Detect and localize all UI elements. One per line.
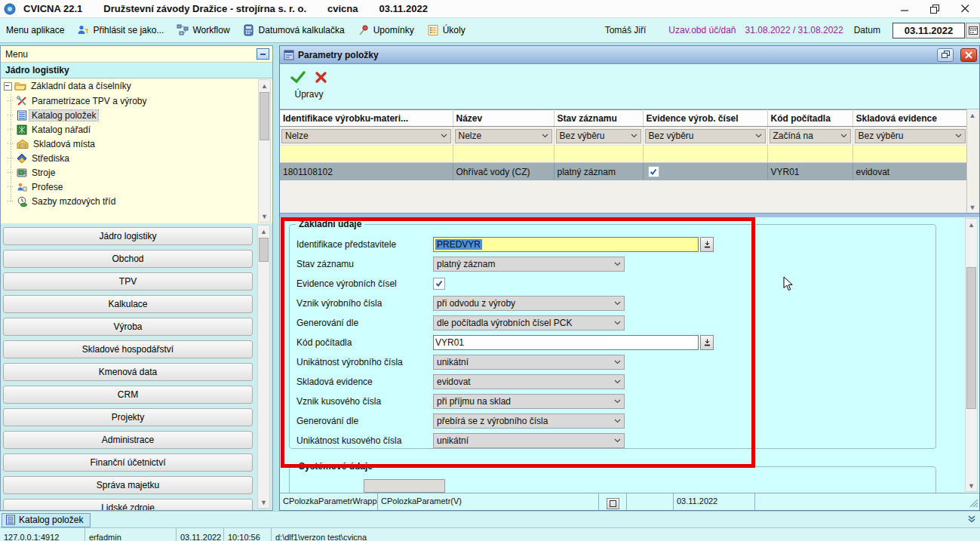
- tree-item[interactable]: Sazby mzdových tříd: [1, 194, 272, 208]
- filter-dropdown[interactable]: Začíná na: [770, 129, 851, 143]
- data-cell: evidovat: [853, 163, 967, 181]
- grid-data-row[interactable]: 1801108102Ohřívač vody (CZ)platný záznam…: [280, 163, 967, 181]
- module-button[interactable]: Administrace: [3, 431, 253, 449]
- tree-item[interactable]: Parametrizace TPV a výroby: [1, 94, 272, 108]
- search-cell[interactable]: [453, 146, 554, 163]
- toolbar-item-2[interactable]: Workflow: [177, 24, 229, 36]
- lookup-button[interactable]: [700, 335, 714, 350]
- column-header[interactable]: Evidence výrob. čísel: [643, 110, 767, 127]
- field-dropdown[interactable]: unikátní: [433, 355, 625, 370]
- module-button[interactable]: Skladové hospodářství: [3, 340, 253, 358]
- evidence-checkbox[interactable]: [648, 166, 659, 177]
- field-dropdown[interactable]: při příjmu na sklad: [433, 394, 625, 409]
- module-button[interactable]: Kmenová data: [3, 363, 253, 381]
- toolbar-item-4[interactable]: Upomínky: [358, 24, 414, 36]
- module-scrollbar[interactable]: ▲ ▼: [257, 225, 270, 509]
- module-button[interactable]: Výroba: [3, 318, 253, 336]
- panel-restore-button[interactable]: [937, 48, 954, 62]
- cancel-button[interactable]: [315, 71, 327, 86]
- field-dropdown[interactable]: unikátní: [433, 433, 625, 448]
- search-cell[interactable]: [554, 146, 643, 163]
- scroll-up-icon[interactable]: ▲: [259, 80, 270, 91]
- collapse-expander-icon[interactable]: [4, 82, 12, 91]
- column-header[interactable]: Název: [453, 110, 554, 127]
- tree-item[interactable]: Skladová místa: [1, 137, 272, 151]
- module-button[interactable]: Lidské zdroje: [3, 499, 253, 510]
- panel-status-cell: [755, 493, 979, 510]
- tree-item[interactable]: Katalog nářadí: [1, 122, 272, 137]
- form-scrollbar-thumb[interactable]: [966, 267, 976, 409]
- module-button[interactable]: Správa majetku: [3, 476, 253, 494]
- dropdown-value: evidovat: [437, 377, 471, 387]
- module-button[interactable]: CRM: [3, 386, 253, 404]
- window-close-button[interactable]: [950, 0, 980, 17]
- toolbar-item-3[interactable]: Datumová kalkulačka: [243, 24, 345, 36]
- scroll-up-icon[interactable]: ▲: [258, 226, 269, 237]
- resize-grip[interactable]: [969, 498, 978, 509]
- lookup-button[interactable]: [700, 237, 714, 252]
- field-checkbox[interactable]: [433, 278, 445, 290]
- search-cell[interactable]: [280, 146, 453, 163]
- column-header[interactable]: Identifikace výrobku-materi...: [280, 110, 453, 127]
- toolbar-item-label: Menu aplikace: [6, 25, 64, 35]
- form-scrollbar[interactable]: ▲ ▼: [965, 218, 978, 492]
- field-dropdown[interactable]: dle počítadla výrobních čísel PCK: [433, 315, 625, 330]
- field-dropdown[interactable]: evidovat: [433, 374, 625, 389]
- tree-item[interactable]: Katalog položek: [1, 108, 272, 122]
- column-header[interactable]: Stav záznamu: [554, 110, 643, 127]
- toolbar-item-1[interactable]: Přihlásit se jako...: [77, 24, 164, 36]
- tree-item[interactable]: Profese: [1, 180, 272, 194]
- field-label: Generování dle: [296, 416, 433, 426]
- field-dropdown[interactable]: platný záznam: [433, 257, 625, 272]
- scroll-up-icon[interactable]: ▲: [966, 219, 977, 230]
- panel-status-button[interactable]: [607, 498, 619, 509]
- module-button[interactable]: Finanční účetnictví: [3, 453, 253, 472]
- panel-close-button[interactable]: [960, 48, 977, 62]
- tree-scrollbar-thumb[interactable]: [260, 92, 269, 140]
- filter-dropdown[interactable]: Nelze: [455, 129, 552, 143]
- tree-item[interactable]: Stroje: [1, 165, 272, 180]
- field-dropdown[interactable]: přebírá se z výrobního čísla: [433, 413, 625, 429]
- module-button[interactable]: Kalkulace: [3, 295, 253, 313]
- scroll-down-icon[interactable]: ▼: [259, 211, 270, 222]
- confirm-button[interactable]: [290, 70, 306, 86]
- module-button[interactable]: TPV: [3, 272, 253, 290]
- tree-root-item[interactable]: Základní data a číselníky: [1, 78, 272, 94]
- form-row: Unikátnost výrobního číslaunikátní: [290, 352, 935, 372]
- column-header[interactable]: Skladová evidence: [853, 110, 967, 127]
- module-button[interactable]: Obchod: [3, 250, 253, 268]
- module-scrollbar-thumb[interactable]: [259, 238, 269, 262]
- toolbar-item-0[interactable]: Menu aplikace: [6, 25, 64, 35]
- taskbar-tab-label: Katalog položek: [19, 515, 83, 525]
- filter-dropdown[interactable]: Bez výběru: [645, 129, 766, 143]
- working-date-input[interactable]: 03.11.2022: [892, 23, 965, 38]
- search-cell[interactable]: [853, 146, 967, 163]
- menu-collapse-button[interactable]: [257, 48, 269, 60]
- filter-dropdown[interactable]: Nelze: [281, 129, 451, 143]
- field-dropdown[interactable]: při odvodu z výroby: [433, 296, 625, 311]
- grid-scrollbar[interactable]: ▲ ▼: [966, 109, 979, 213]
- groupbox-title: Systémové údaje: [296, 461, 376, 472]
- search-cell[interactable]: [767, 146, 853, 163]
- scroll-up-icon[interactable]: ▲: [967, 109, 978, 121]
- tree-scrollbar[interactable]: ▲ ▼: [258, 79, 271, 223]
- column-header[interactable]: Kód počítadla: [767, 110, 853, 127]
- scroll-down-icon[interactable]: ▼: [967, 201, 978, 213]
- toolbar-item-5[interactable]: Úkoly: [427, 24, 465, 36]
- filter-dropdown[interactable]: Bez výběru: [556, 129, 641, 143]
- scroll-down-icon[interactable]: ▼: [258, 496, 269, 508]
- calendar-icon[interactable]: [966, 23, 980, 38]
- chevron-double-down-icon[interactable]: [967, 515, 976, 526]
- scroll-down-icon[interactable]: ▼: [966, 480, 977, 491]
- window-restore-button[interactable]: [920, 0, 950, 17]
- window-minimize-button[interactable]: [889, 0, 920, 17]
- module-button[interactable]: Projekty: [3, 408, 253, 426]
- field-input[interactable]: VYR01: [433, 335, 699, 350]
- filter-dropdown[interactable]: Bez výběru: [855, 129, 966, 143]
- search-cell[interactable]: [643, 146, 767, 163]
- field-input[interactable]: PREDVYR: [433, 237, 699, 252]
- data-cell: platný záznam: [554, 163, 643, 181]
- module-button[interactable]: Jádro logistiky: [3, 227, 253, 245]
- tree-item[interactable]: Střediska: [1, 151, 272, 165]
- taskbar-tab-katalog-polozek[interactable]: Katalog položek: [2, 513, 91, 527]
